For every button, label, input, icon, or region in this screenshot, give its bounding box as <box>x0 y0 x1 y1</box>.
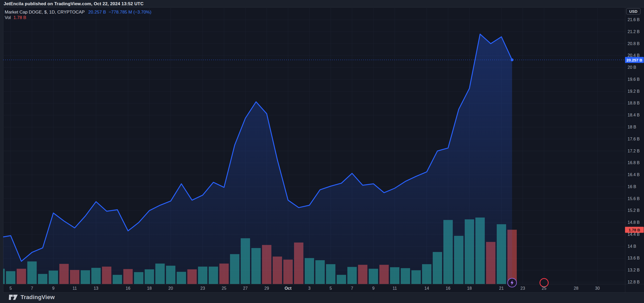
symbol-title[interactable]: Market Cap DOGE, $, 1D, CRYPTOCAP <box>5 9 85 15</box>
price-axis-label: 16 B <box>628 184 643 189</box>
price-axis-label: 14 B <box>628 244 643 249</box>
x-axis-label: 9 <box>372 286 375 291</box>
x-axis-label: 7 <box>351 286 353 291</box>
x-axis-label: 11 <box>73 286 77 291</box>
x-axis-label: 28 <box>574 286 578 291</box>
mcap-area-fill <box>3 34 512 284</box>
price-axis-label: 21.2 B <box>628 29 643 34</box>
last-price-axis-flag: 20.257 B <box>625 57 644 63</box>
volume-indicator-label[interactable]: Vol <box>5 15 11 20</box>
price-axis-label: 14.4 B <box>628 232 643 237</box>
price-axis-label: 14.8 B <box>628 220 643 225</box>
x-axis-label: 3 <box>308 286 311 291</box>
x-axis-label: 25 <box>222 286 226 291</box>
x-axis-label: 13 <box>94 286 98 291</box>
x-axis-label: 5 <box>10 286 12 291</box>
price-axis-label: 20 B <box>628 65 643 70</box>
x-axis-label: 18 <box>147 286 152 291</box>
last-price-value: 20.257 B <box>88 9 106 15</box>
price-axis-label: 15.2 B <box>628 208 643 213</box>
x-axis-label: 30 <box>595 286 600 291</box>
tradingview-footer[interactable]: TradingView <box>9 294 55 301</box>
x-axis-label: 5 <box>330 286 332 291</box>
price-axis-label: 13.2 B <box>628 268 643 273</box>
x-axis-label: 16 <box>446 286 450 291</box>
x-axis-label: 9 <box>52 286 55 291</box>
x-axis-label: 23 <box>200 286 205 291</box>
price-axis-label: 19.2 B <box>628 89 643 94</box>
x-axis-label: 11 <box>393 286 397 291</box>
price-axis-label: 16.4 B <box>628 172 643 177</box>
price-axis-label: 18.4 B <box>628 113 643 118</box>
chart-plot-area[interactable] <box>3 7 625 292</box>
price-axis-label: 13.6 B <box>628 256 643 261</box>
last-point-dot <box>511 58 514 61</box>
x-axis-label: 20 <box>168 286 173 291</box>
price-axis-label: 18.8 B <box>628 101 643 106</box>
price-axis-label: 19.6 B <box>628 77 643 82</box>
x-axis-label: 29 <box>264 286 269 291</box>
lightning-icon[interactable] <box>508 278 517 287</box>
price-axis-label: 18 B <box>628 125 643 129</box>
tradingview-logo-text: TradingView <box>21 294 55 301</box>
x-axis-label: 27 <box>243 286 248 291</box>
x-axis-label: 25 <box>542 286 546 291</box>
frame-border-bottom <box>3 292 644 293</box>
price-axis-label: 21.6 B <box>628 17 643 22</box>
attribution-text: JetEncila published on TradingView.com, … <box>4 1 144 7</box>
x-axis-label: 7 <box>31 286 33 291</box>
x-axis-month-label: Oct <box>285 286 292 291</box>
x-axis-label: 18 <box>467 286 472 291</box>
volume-axis-flag: 1.78 B <box>625 227 644 233</box>
price-axis-label: 16.8 B <box>628 160 643 165</box>
x-axis-label: 14 <box>424 286 429 291</box>
price-axis-label: 17.2 B <box>628 149 643 153</box>
volume-value: 1.78 B <box>14 15 26 20</box>
tradingview-logo-icon <box>9 294 18 301</box>
price-axis-label: 15.6 B <box>628 196 643 201</box>
chart-legend[interactable]: Market Cap DOGE, $, 1D, CRYPTOCAP 20.257… <box>5 9 151 20</box>
x-axis-label: 23 <box>520 286 525 291</box>
x-axis-label: 16 <box>126 286 130 291</box>
price-change-value: −778.785 M (−3.70%) <box>109 9 151 15</box>
price-axis-label: 12.8 B <box>628 280 643 285</box>
price-axis-label: 17.6 B <box>628 137 643 141</box>
currency-usd-button[interactable]: USD <box>626 8 641 15</box>
tradingview-published-chart: JetEncila published on TradingView.com, … <box>0 0 644 303</box>
us-flag-icon[interactable] <box>540 279 548 287</box>
price-axis-label: 20.8 B <box>628 41 643 46</box>
x-axis-label: 21 <box>499 286 504 291</box>
